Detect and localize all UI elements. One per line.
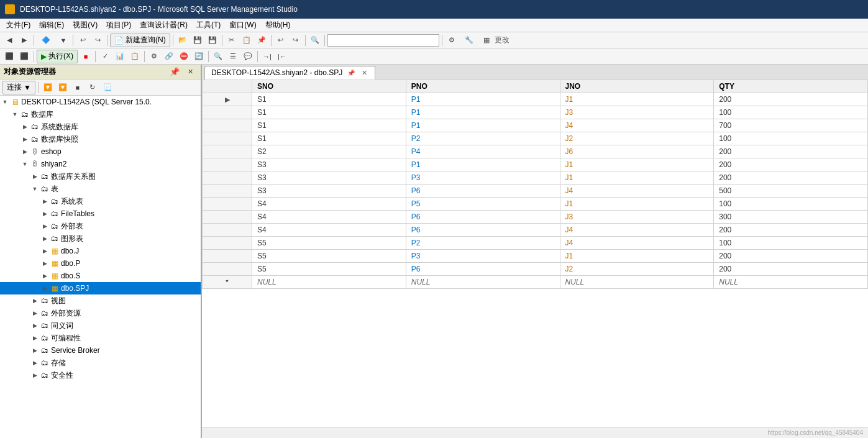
- cell-jno[interactable]: J6: [560, 145, 714, 158]
- tb2-rows[interactable]: ☰: [226, 50, 240, 63]
- tb2-connect[interactable]: 🔗: [162, 50, 176, 63]
- menu-file[interactable]: 文件(F): [2, 19, 34, 32]
- cell-qty[interactable]: 100: [714, 132, 868, 145]
- cell-pno[interactable]: P6: [406, 211, 560, 224]
- expand-prog[interactable]: ▶: [30, 333, 40, 343]
- tree-graphtables[interactable]: ▶ 🗂 图形表: [0, 232, 201, 245]
- tb-btn1[interactable]: 🔷: [37, 34, 55, 47]
- menu-querydesigner[interactable]: 查询设计器(R): [136, 19, 191, 32]
- tb-redo-btn[interactable]: ↪: [289, 34, 303, 47]
- tb2-include[interactable]: 📊: [113, 50, 127, 63]
- tb-open-btn[interactable]: 📂: [176, 34, 190, 47]
- table-row[interactable]: S4P5J1100: [203, 198, 868, 211]
- tree-filetables[interactable]: ▶ 🗂 FileTables: [0, 208, 201, 220]
- table-row[interactable]: S5P2J4100: [203, 237, 868, 250]
- table-row[interactable]: S3P3J1200: [203, 171, 868, 185]
- tb-more-btn[interactable]: 🔧: [460, 34, 478, 47]
- oe-filter-btn[interactable]: 🔽: [41, 81, 55, 94]
- tree-external2[interactable]: ▶ 🗂 外部资源: [0, 307, 201, 319]
- search-input[interactable]: [327, 34, 439, 47]
- execute-btn[interactable]: ▶ 执行(X): [37, 50, 78, 63]
- cell-sno[interactable]: S3: [252, 185, 406, 198]
- tb-save-btn[interactable]: 💾: [191, 34, 204, 47]
- tree-databases[interactable]: ▼ 🗂 数据库: [0, 108, 201, 121]
- cell-qty[interactable]: 100: [714, 106, 868, 119]
- tb2-btn1[interactable]: ⬛: [2, 50, 16, 63]
- cell-qty[interactable]: 700: [714, 119, 868, 132]
- tree-synonyms[interactable]: ▶ 🗂 同义词: [0, 319, 201, 332]
- cell-qty[interactable]: 200: [714, 263, 868, 276]
- expand-dboP[interactable]: ▶: [40, 258, 50, 268]
- cell-qty[interactable]: 300: [714, 211, 868, 224]
- null-pno[interactable]: NULL: [406, 276, 560, 289]
- expand-dboJ[interactable]: ▶: [40, 246, 50, 256]
- expand-views[interactable]: ▶: [30, 296, 40, 306]
- active-tab[interactable]: DESKTOP-L1542AS.shiyan2 - dbo.SPJ 📌 ✕: [204, 66, 375, 80]
- tree-dboS[interactable]: ▶ ▦ dbo.S: [0, 270, 201, 282]
- forward-btn[interactable]: ▶: [17, 34, 31, 47]
- tb-settings-btn[interactable]: ⚙: [445, 34, 459, 47]
- tb-undo-btn[interactable]: ↩: [274, 34, 288, 47]
- tree-security[interactable]: ▶ 🗂 安全性: [0, 369, 201, 381]
- tree-sysdbs[interactable]: ▶ 🗂 系统数据库: [0, 121, 201, 133]
- tab-close-btn[interactable]: ✕: [360, 68, 368, 77]
- oe-summary-btn[interactable]: 📃: [101, 81, 114, 94]
- cell-sno[interactable]: S1: [252, 119, 406, 132]
- table-row[interactable]: S1P2J2100: [203, 132, 868, 145]
- cell-jno[interactable]: J3: [560, 106, 714, 119]
- tb-saveall-btn[interactable]: 💾: [206, 34, 219, 47]
- cell-qty[interactable]: 500: [714, 185, 868, 198]
- cell-jno[interactable]: J4: [560, 119, 714, 132]
- tb2-outdent[interactable]: |←: [275, 50, 289, 63]
- cell-sno[interactable]: S1: [252, 106, 406, 119]
- cell-sno[interactable]: S4: [252, 198, 406, 211]
- cell-sno[interactable]: S5: [252, 250, 406, 263]
- tb2-settings2[interactable]: ⚙: [147, 50, 161, 63]
- menu-project[interactable]: 项目(P): [103, 19, 135, 32]
- cell-jno[interactable]: J1: [560, 158, 714, 171]
- tree-external[interactable]: ▶ 🗂 外部表: [0, 220, 201, 232]
- expand-dboS[interactable]: ▶: [40, 271, 50, 281]
- tree-dboJ[interactable]: ▶ ▦ dbo.J: [0, 245, 201, 257]
- table-row[interactable]: S2P4J6200: [203, 145, 868, 158]
- cell-pno[interactable]: P6: [406, 263, 560, 276]
- table-row[interactable]: S1P1J4700: [203, 119, 868, 132]
- tb-layout-btn[interactable]: ▦: [480, 34, 493, 47]
- cell-pno[interactable]: P6: [406, 224, 560, 237]
- table-row[interactable]: S5P3J1200: [203, 250, 868, 263]
- oe-connect-btn[interactable]: 连接 ▼: [2, 81, 35, 94]
- tree-dbsnap[interactable]: ▶ 🗂 数据库快照: [0, 133, 201, 145]
- cell-pno[interactable]: P5: [406, 198, 560, 211]
- cell-pno[interactable]: P1: [406, 93, 560, 106]
- tb2-change[interactable]: 🔄: [192, 50, 206, 63]
- cell-qty[interactable]: 200: [714, 171, 868, 185]
- cell-pno[interactable]: P6: [406, 185, 560, 198]
- tb-paste-btn[interactable]: 📌: [255, 34, 268, 47]
- table-row[interactable]: S3P6J4500: [203, 185, 868, 198]
- expand-dbsnap[interactable]: ▶: [20, 134, 30, 144]
- oe-close-btn[interactable]: ✕: [183, 65, 197, 79]
- oe-stop-btn[interactable]: ■: [71, 81, 85, 94]
- expand-filetables[interactable]: ▶: [40, 209, 50, 219]
- null-sno[interactable]: NULL: [252, 276, 406, 289]
- tree-shiyan2[interactable]: ▼ 🛢 shiyan2: [0, 158, 201, 170]
- tree-dbdiagrams[interactable]: ▶ 🗂 数据库关系图: [0, 170, 201, 183]
- cell-sno[interactable]: S2: [252, 145, 406, 158]
- expand-external[interactable]: ▶: [40, 221, 50, 231]
- cell-jno[interactable]: J3: [560, 211, 714, 224]
- tree-dboSPJ[interactable]: ▶ ▦ dbo.SPJ: [0, 282, 201, 294]
- cell-sno[interactable]: S1: [252, 132, 406, 145]
- expand-systables[interactable]: ▶: [40, 196, 50, 206]
- tb2-display[interactable]: 📋: [128, 50, 142, 63]
- null-row[interactable]: *NULLNULLNULLNULL: [203, 276, 868, 289]
- tb2-parse[interactable]: ✓: [98, 50, 112, 63]
- cell-jno[interactable]: J1: [560, 250, 714, 263]
- tree-dboP[interactable]: ▶ ▦ dbo.P: [0, 257, 201, 270]
- expand-dboSPJ[interactable]: ▶: [40, 283, 50, 293]
- tab-pin[interactable]: 📌: [346, 68, 356, 78]
- tb-copy-btn[interactable]: 📋: [240, 34, 254, 47]
- cell-pno[interactable]: P3: [406, 250, 560, 263]
- cell-pno[interactable]: P1: [406, 158, 560, 171]
- cell-jno[interactable]: J4: [560, 185, 714, 198]
- expand-tables[interactable]: ▼: [30, 184, 40, 194]
